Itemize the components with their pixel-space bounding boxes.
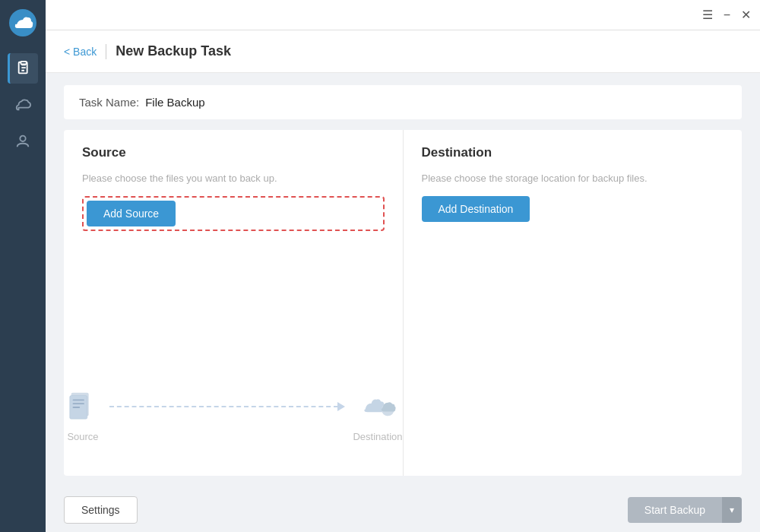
source-diagram-item: Source [64,387,102,442]
destination-diagram-item: Destination [353,387,402,442]
back-button[interactable]: < Back [64,46,97,58]
page-title: New Backup Task [116,43,231,59]
source-diagram-icon [64,387,102,425]
sidebar-item-cloud[interactable] [8,90,38,120]
destination-panel-description: Please choose the storage location for b… [422,173,724,184]
source-panel: Source Please choose the files you want … [64,130,404,476]
start-backup-group: Start Backup ▾ [628,497,742,523]
diagram-arrow [109,406,345,407]
source-diagram-label: Source [67,431,98,442]
content-area: Task Name: File Backup Source Please cho… [46,73,760,488]
source-panel-title: Source [82,145,385,160]
settings-button[interactable]: Settings [64,496,138,524]
footer: Settings Start Backup ▾ [46,488,760,532]
start-backup-button[interactable]: Start Backup [628,497,722,523]
minimize-button[interactable]: − [724,9,730,21]
destination-diagram-label: Destination [353,431,402,442]
task-name-row: Task Name: File Backup [64,85,742,119]
add-source-button[interactable]: Add Source [87,201,176,226]
destination-diagram-icon [359,387,397,425]
svg-point-3 [20,136,25,141]
svg-rect-2 [21,62,26,65]
panels-container: Source Please choose the files you want … [64,130,742,476]
start-backup-dropdown-button[interactable]: ▾ [722,497,742,523]
source-panel-description: Please choose the files you want to back… [82,173,385,184]
destination-panel: Destination Please choose the storage lo… [404,130,743,476]
svg-rect-9 [73,399,84,401]
window-controls: ☰ − ✕ [702,9,751,21]
titlebar: ☰ − ✕ [46,0,760,30]
add-source-highlight: Add Source [82,196,385,231]
menu-button[interactable]: ☰ [702,9,713,21]
task-name-label: Task Name: [79,96,139,109]
main-area: ☰ − ✕ < Back New Backup Task Task Name: … [46,0,760,532]
header-divider [106,44,106,59]
add-destination-button[interactable]: Add Destination [422,196,530,222]
destination-panel-title: Destination [422,145,724,160]
svg-rect-11 [73,407,81,408]
sidebar [0,0,46,532]
source-diagram-area: Source De [64,375,403,461]
sidebar-item-user[interactable] [8,126,38,157]
sidebar-item-files[interactable] [8,53,38,84]
page-header: < Back New Backup Task [46,30,760,73]
close-button[interactable]: ✕ [741,9,751,21]
svg-rect-10 [73,403,84,404]
task-name-value: File Backup [145,96,204,109]
app-logo [8,8,38,38]
